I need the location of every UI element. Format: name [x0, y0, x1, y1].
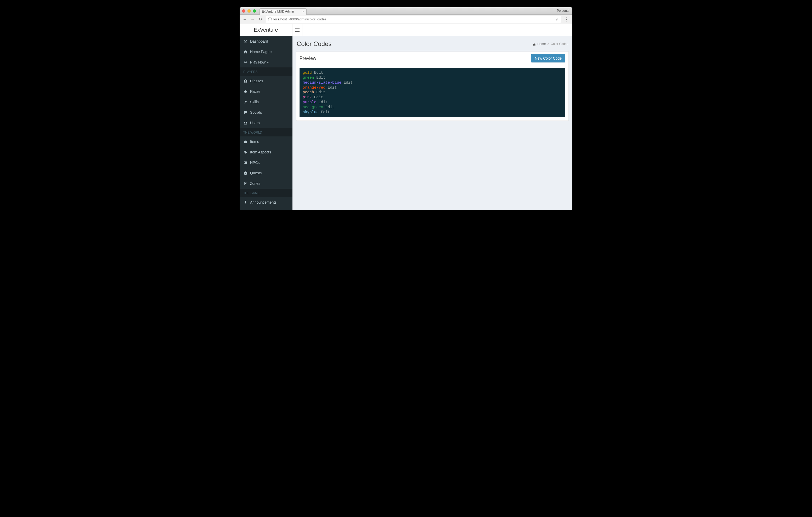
- sidebar-item-zones[interactable]: Zones: [240, 178, 292, 189]
- url-path: :4000/admin/color_codes: [288, 17, 326, 21]
- sidebar-item-races[interactable]: Races: [240, 86, 292, 97]
- sidebar-item-announcements[interactable]: Announcements: [240, 197, 292, 208]
- sidebar-header: THE GAME: [240, 189, 292, 197]
- sidebar-item-item-aspects[interactable]: Item Aspects: [240, 147, 292, 157]
- panel-title: Preview: [299, 56, 316, 61]
- breadcrumb-home-link[interactable]: Home: [537, 42, 546, 46]
- sidebar-item-users[interactable]: Users: [240, 118, 292, 128]
- sidebar-item-label: Items: [250, 140, 259, 144]
- breadcrumb-current: Color Codes: [551, 42, 568, 46]
- window-close-button[interactable]: [242, 9, 245, 12]
- nav-back-icon[interactable]: ←: [242, 17, 248, 22]
- sidebar-item-skills[interactable]: Skills: [240, 97, 292, 107]
- sidebar-item-bugs[interactable]: Bugs: [240, 208, 292, 210]
- app-topbar: ExVenture: [240, 24, 572, 36]
- traffic-lights: [242, 9, 256, 12]
- dashboard-icon: [243, 39, 248, 43]
- sidebar-header: PLAYERS: [240, 67, 292, 76]
- color-code-edit-link[interactable]: Edit: [328, 86, 337, 90]
- sidebar-item-dashboard[interactable]: Dashboard: [240, 36, 292, 47]
- color-code-edit-link[interactable]: Edit: [316, 90, 325, 94]
- color-code-name: pink: [303, 95, 312, 99]
- compass-icon: [243, 171, 248, 175]
- tab-close-icon[interactable]: ×: [302, 9, 304, 13]
- comment-icon: [243, 110, 248, 115]
- color-code-edit-link[interactable]: Edit: [314, 70, 323, 75]
- sidebar-item-label: Classes: [250, 79, 263, 83]
- preview-panel: Preview New Color Code gold Editgreen Ed…: [296, 51, 569, 121]
- flag-icon: [243, 181, 248, 186]
- sidebar-item-label: Announcements: [250, 200, 277, 204]
- window-minimize-button[interactable]: [248, 9, 251, 12]
- id-card-icon: [243, 160, 248, 165]
- new-color-code-button[interactable]: New Color Code: [531, 54, 565, 62]
- sidebar-item-label: Dashboard: [250, 39, 268, 43]
- site-info-icon[interactable]: i: [268, 18, 272, 21]
- color-code-edit-link[interactable]: Edit: [321, 110, 330, 114]
- link-icon: [243, 60, 248, 64]
- hamburger-icon: [295, 29, 299, 32]
- pin-icon: [243, 200, 248, 204]
- nav-reload-icon[interactable]: ⟳: [258, 17, 263, 22]
- color-code-name: green: [303, 75, 314, 80]
- sidebar-item-classes[interactable]: Classes: [240, 76, 292, 86]
- sidebar-item-label: Quests: [250, 171, 262, 175]
- sidebar-item-label: Socials: [250, 110, 262, 115]
- sidebar-header: THE WORLD: [240, 128, 292, 136]
- color-code-edit-link[interactable]: Edit: [319, 100, 328, 104]
- sidebar: DashboardHome Page »Play Now »PLAYERSCla…: [240, 36, 292, 210]
- panel-body: gold Editgreen Editmedium-slate-blue Edi…: [296, 65, 569, 121]
- color-code-name: skyblue: [303, 110, 319, 114]
- sidebar-item-items[interactable]: Items: [240, 136, 292, 147]
- sidebar-item-npcs[interactable]: NPCs: [240, 157, 292, 168]
- sidebar-item-label: Home Page »: [250, 50, 272, 54]
- app-body: DashboardHome Page »Play Now »PLAYERSCla…: [240, 36, 572, 210]
- basket-icon: [243, 140, 248, 144]
- users-icon: [243, 121, 248, 125]
- breadcrumb: Home > Color Codes: [532, 42, 568, 46]
- browser-tab[interactable]: ExVenture MUD Admin ×: [260, 8, 307, 14]
- color-code-name: medium-slate-blue: [303, 81, 341, 85]
- panel-header: Preview New Color Code: [296, 52, 569, 65]
- color-code-edit-link[interactable]: Edit: [314, 95, 323, 99]
- browser-menu-icon[interactable]: ⋮: [564, 17, 570, 22]
- wrench-icon: [243, 100, 248, 104]
- sidebar-item-play-now[interactable]: Play Now »: [240, 57, 292, 67]
- home-icon: [243, 50, 248, 54]
- profile-label[interactable]: Personal: [557, 9, 569, 12]
- address-bar[interactable]: i localhost:4000/admin/color_codes ☆: [266, 16, 561, 23]
- browser-toolbar: ← → ⟳ i localhost:4000/admin/color_codes…: [240, 14, 572, 24]
- color-code-name: peach: [303, 90, 314, 94]
- color-code-line: peach Edit: [303, 90, 562, 95]
- color-code-line: sea-green Edit: [303, 105, 562, 110]
- sidebar-item-label: Skills: [250, 100, 259, 104]
- page-title: Color Codes: [297, 40, 331, 48]
- app-root: ExVenture DashboardHome Page »Play Now »…: [240, 24, 572, 210]
- content-header: Color Codes Home > Color Codes: [296, 40, 569, 48]
- window-zoom-button[interactable]: [253, 9, 256, 12]
- sidebar-item-label: Play Now »: [250, 60, 269, 64]
- color-code-edit-link[interactable]: Edit: [316, 75, 325, 80]
- bookmark-star-icon[interactable]: ☆: [555, 17, 559, 22]
- color-code-edit-link[interactable]: Edit: [325, 105, 335, 109]
- color-code-line: gold Edit: [303, 70, 562, 75]
- browser-tab-title: ExVenture MUD Admin: [262, 10, 300, 13]
- nav-forward-icon: →: [250, 17, 255, 22]
- brand-logo[interactable]: ExVenture: [240, 24, 292, 36]
- color-code-edit-link[interactable]: Edit: [344, 81, 353, 85]
- breadcrumb-home-icon: [532, 42, 536, 45]
- color-code-name: gold: [303, 70, 312, 75]
- color-code-name: orange-red: [303, 86, 325, 90]
- sidebar-item-label: NPCs: [250, 160, 260, 165]
- breadcrumb-separator: >: [547, 42, 549, 46]
- color-code-name: purple: [303, 100, 316, 104]
- browser-window: ExVenture MUD Admin × Personal ← → ⟳ i l…: [240, 7, 572, 210]
- sidebar-item-socials[interactable]: Socials: [240, 107, 292, 118]
- sidebar-item-label: Item Aspects: [250, 150, 271, 154]
- sidebar-item-label: Zones: [250, 181, 260, 186]
- sidebar-toggle-button[interactable]: [292, 24, 302, 36]
- color-code-line: purple Edit: [303, 100, 562, 105]
- sidebar-item-home-page[interactable]: Home Page »: [240, 47, 292, 57]
- color-code-line: pink Edit: [303, 95, 562, 100]
- sidebar-item-quests[interactable]: Quests: [240, 168, 292, 178]
